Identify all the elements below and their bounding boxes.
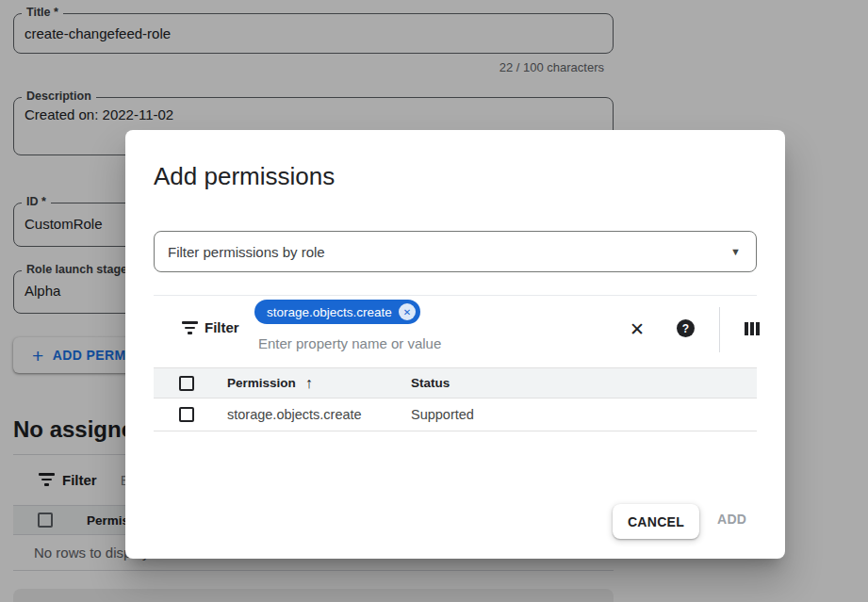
role-select-value: Filter permissions by role (168, 244, 325, 260)
clear-filter-button[interactable]: ✕ (630, 318, 645, 340)
filter-icon (181, 321, 198, 334)
divider (719, 307, 720, 352)
cancel-button[interactable]: CANCEL (613, 504, 699, 539)
close-icon: ✕ (630, 319, 645, 339)
dialog-filter-toolbar: Filter storage.objects.create ✕ ✕ ? (154, 296, 757, 367)
dialog-table-header: Permission ↑ Status (154, 367, 757, 399)
chevron-down-icon: ▼ (730, 246, 741, 257)
dialog-title: Add permissions (154, 162, 335, 191)
table-row[interactable]: storage.objects.create Supported (154, 399, 757, 431)
help-icon: ? (682, 322, 689, 335)
dialog-filter-input[interactable] (258, 335, 569, 351)
select-all-checkbox[interactable] (179, 376, 194, 391)
status-column-header: Status (411, 376, 450, 390)
filter-permissions-by-role-select[interactable]: Filter permissions by role ▼ (154, 231, 757, 272)
column-display-options-button[interactable] (745, 322, 760, 335)
chip-remove-icon[interactable]: ✕ (399, 303, 416, 320)
status-cell: Supported (411, 407, 474, 422)
permission-cell: storage.objects.create (227, 407, 411, 422)
add-permissions-dialog: Add permissions Filter permissions by ro… (125, 130, 785, 559)
add-button[interactable]: ADD (717, 512, 746, 527)
sort-ascending-icon: ↑ (305, 375, 313, 392)
row-checkbox[interactable] (179, 407, 194, 422)
filter-label: Filter (205, 319, 239, 335)
help-button[interactable]: ? (677, 319, 695, 337)
filter-chip[interactable]: storage.objects.create ✕ (254, 300, 420, 324)
permission-column-header[interactable]: Permission ↑ (227, 375, 411, 392)
columns-icon (745, 322, 748, 335)
filter-chip-label: storage.objects.create (267, 305, 392, 319)
